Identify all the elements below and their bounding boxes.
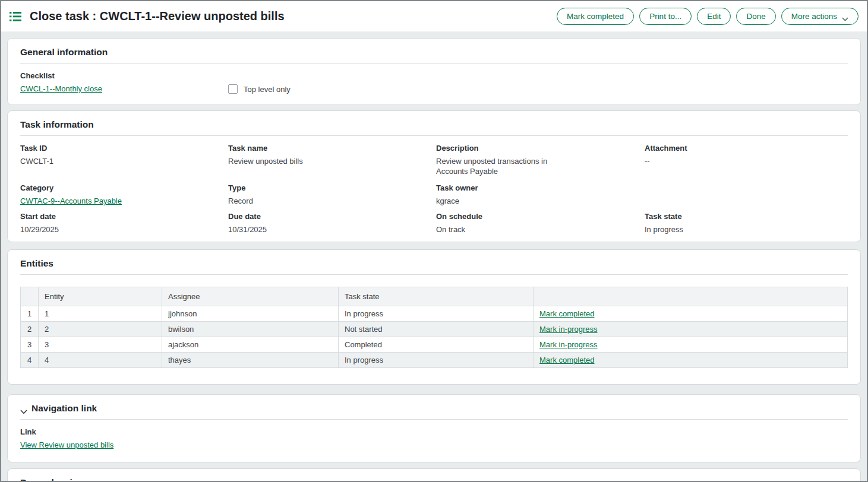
field-due-date: Due date 10/31/2025 xyxy=(228,212,436,234)
table-row: 2 2 bwilson Not started Mark in-progress xyxy=(21,322,848,337)
row-number: 3 xyxy=(21,337,39,353)
column-header-assignee: Assignee xyxy=(162,287,339,306)
due-date-label: Due date xyxy=(228,212,436,221)
task-name-label: Task name xyxy=(228,144,436,153)
entities-title: Entities xyxy=(20,258,53,269)
edit-button[interactable]: Edit xyxy=(697,8,731,25)
navigation-link-section: Navigation link Link View Review unposte… xyxy=(7,394,861,462)
top-level-only-label: Top level only xyxy=(244,85,291,94)
checklist-link[interactable]: CWCL-1--Monthly close xyxy=(20,84,102,93)
task-id-value: CWCLT-1 xyxy=(20,156,228,166)
dependencies-section: Dependencies xyxy=(7,468,861,482)
attachment-value: -- xyxy=(645,156,848,166)
column-header-task-state: Task state xyxy=(339,287,534,306)
description-label: Description xyxy=(436,144,645,153)
field-task-name: Task name Review unposted bills xyxy=(228,144,436,176)
field-on-schedule: On schedule On track xyxy=(436,212,645,234)
assignee-cell: jjohnson xyxy=(162,306,339,322)
row-action-link[interactable]: Mark in-progress xyxy=(539,340,598,349)
general-information-section: General information Checklist CWCL-1--Mo… xyxy=(7,38,861,105)
on-schedule-label: On schedule xyxy=(436,212,645,221)
row-number: 1 xyxy=(21,306,39,322)
entity-cell: 2 xyxy=(39,322,162,337)
checklist-menu-icon[interactable] xyxy=(10,11,23,23)
task-state-cell: Completed xyxy=(339,337,534,353)
checklist-label: Checklist xyxy=(20,71,228,81)
task-state-cell: In progress xyxy=(339,306,534,322)
table-row: 1 1 jjohnson In progress Mark completed xyxy=(21,306,848,322)
column-header-rownum xyxy=(21,287,39,306)
attachment-label: Attachment xyxy=(645,144,848,153)
entity-cell: 1 xyxy=(39,306,162,322)
task-owner-label: Task owner xyxy=(436,183,645,193)
start-date-label: Start date xyxy=(20,212,228,221)
page-title: Close task : CWCLT-1--Review unposted bi… xyxy=(30,9,285,23)
print-to-button[interactable]: Print to... xyxy=(639,8,692,25)
category-link[interactable]: CWTAC-9--Accounts Payable xyxy=(20,196,122,205)
due-date-value: 10/31/2025 xyxy=(228,224,436,234)
task-state-label: Task state xyxy=(645,212,848,221)
table-row: 3 3 ajackson Completed Mark in-progress xyxy=(21,337,848,353)
field-description: Description Review unposted transactions… xyxy=(436,144,645,176)
assignee-cell: ajackson xyxy=(162,337,339,353)
assignee-cell: bwilson xyxy=(162,322,339,337)
table-row: 4 4 thayes In progress Mark completed xyxy=(21,353,848,368)
start-date-value: 10/29/2025 xyxy=(20,224,228,234)
task-information-title: Task information xyxy=(20,119,94,130)
entities-table: Entity Assignee Task state 1 1 jjohnson … xyxy=(20,287,848,368)
entities-table-header-row: Entity Assignee Task state xyxy=(21,287,848,306)
field-type: Type Record xyxy=(228,183,436,206)
field-task-state: Task state In progress xyxy=(645,212,848,234)
top-level-only-checkbox[interactable] xyxy=(228,84,238,94)
done-button[interactable]: Done xyxy=(736,8,775,25)
row-action-link[interactable]: Mark completed xyxy=(539,356,594,364)
field-start-date: Start date 10/29/2025 xyxy=(20,212,228,234)
entity-cell: 3 xyxy=(39,337,162,353)
task-owner-value: kgrace xyxy=(436,196,645,206)
general-information-title: General information xyxy=(20,46,108,58)
more-actions-button[interactable]: More actions xyxy=(781,8,858,25)
category-label: Category xyxy=(20,183,228,193)
navigation-link-title: Navigation link xyxy=(31,402,97,414)
row-action-link[interactable]: Mark in-progress xyxy=(539,325,598,334)
field-attachment: Attachment -- xyxy=(645,144,848,176)
page-header: Close task : CWCLT-1--Review unposted bi… xyxy=(1,1,867,31)
description-value: Review unposted transactions in Accounts… xyxy=(436,156,558,176)
collapse-chevron-icon[interactable] xyxy=(20,406,27,411)
task-information-section: Task information Task ID CWCLT-1 Task na… xyxy=(7,110,861,242)
task-name-value: Review unposted bills xyxy=(228,156,436,166)
chevron-down-icon xyxy=(842,14,848,18)
header-actions: Mark completed Print to... Edit Done Mor… xyxy=(557,8,858,25)
type-value: Record xyxy=(228,196,436,206)
link-label: Link xyxy=(20,427,848,437)
row-action-link[interactable]: Mark completed xyxy=(539,309,594,318)
row-number: 2 xyxy=(21,322,39,337)
task-state-cell: In progress xyxy=(339,353,534,368)
more-actions-label: More actions xyxy=(791,12,837,21)
field-category: Category CWTAC-9--Accounts Payable xyxy=(20,183,228,206)
view-task-link[interactable]: View Review unposted bills xyxy=(20,440,113,449)
on-schedule-value: On track xyxy=(436,224,645,234)
row-number: 4 xyxy=(21,353,39,368)
entities-section: Entities Entity Assignee Task state 1 1 … xyxy=(7,249,861,385)
type-label: Type xyxy=(228,183,436,193)
page-body: General information Checklist CWCL-1--Mo… xyxy=(1,31,867,482)
field-task-owner: Task owner kgrace xyxy=(436,183,645,206)
assignee-cell: thayes xyxy=(162,353,339,368)
task-state-cell: Not started xyxy=(339,322,534,337)
mark-completed-button[interactable]: Mark completed xyxy=(557,8,634,25)
column-header-actions xyxy=(534,287,848,306)
column-header-entity: Entity xyxy=(39,287,162,306)
entity-cell: 4 xyxy=(39,353,162,368)
task-state-value: In progress xyxy=(645,224,848,234)
task-id-label: Task ID xyxy=(20,144,228,153)
field-task-id: Task ID CWCLT-1 xyxy=(20,144,228,176)
dependencies-title: Dependencies xyxy=(20,477,83,482)
